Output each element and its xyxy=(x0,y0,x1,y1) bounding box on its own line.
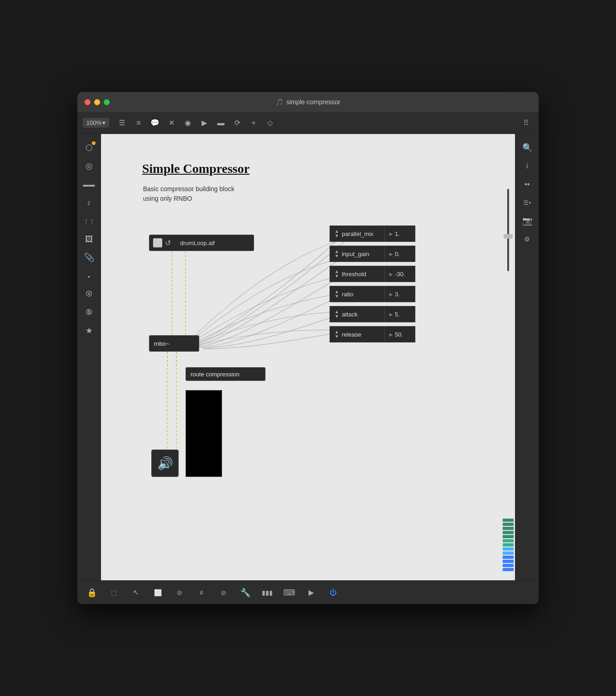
sidebar-item-package[interactable]: ⬡ xyxy=(81,139,97,156)
param-label-parallel-mix: parallel_mix xyxy=(342,230,373,237)
param-value-release[interactable]: ▶ 50. xyxy=(384,326,415,343)
param-name-attack[interactable]: ▲▼ attack xyxy=(329,306,384,322)
sidebar-item-vst[interactable]: ⓥ xyxy=(81,286,97,302)
vu-bars xyxy=(503,519,514,571)
param-label-release: release xyxy=(342,331,361,338)
plugin-icon: ⬩ xyxy=(86,271,91,281)
group-icon[interactable]: ⬜ xyxy=(150,585,165,600)
val-arrow-input-gain: ▶ xyxy=(389,252,393,257)
window-title-area: 🎵 simple-compressor xyxy=(276,98,340,106)
sidebar-item-record[interactable]: ◎ xyxy=(81,158,97,174)
toolbar-lines-btn[interactable]: ≡ xyxy=(131,116,146,130)
selection-icon[interactable]: ⬚ xyxy=(106,585,121,600)
param-name-release[interactable]: ▲▼ release xyxy=(329,326,384,343)
package-badge xyxy=(92,141,96,145)
toolbar-diamond-btn[interactable]: ◇ xyxy=(263,116,277,130)
power-icon[interactable]: ⏻ xyxy=(326,585,340,600)
vu-slider[interactable] xyxy=(503,189,514,271)
sidebar-right: 🔍 i ▪▪ ☰• 📷 ⚙ xyxy=(515,134,539,580)
grid-icon[interactable]: # xyxy=(194,585,209,600)
close-button[interactable] xyxy=(85,99,90,105)
patch-description: Basic compressor building block using on… xyxy=(143,184,234,203)
search-icon: 🔍 xyxy=(522,143,532,153)
keyboard-icon[interactable]: ⌨ xyxy=(282,585,297,600)
vu-bar-2 xyxy=(503,523,514,526)
vu-bar-12 xyxy=(503,564,514,567)
toolbar-add-btn[interactable]: + xyxy=(246,116,261,130)
toolbar-minus-btn[interactable]: ▬ xyxy=(213,116,228,130)
sidebar-right-list[interactable]: ☰• xyxy=(519,194,536,211)
param-arrows-ratio: ▲▼ xyxy=(335,289,339,299)
param-name-threshold[interactable]: ▲▼ threshold xyxy=(329,266,384,282)
zoom-control[interactable]: 100% ▾ xyxy=(83,118,109,128)
param-label-ratio: ratio xyxy=(342,291,353,298)
zoom-label: 100% xyxy=(86,119,101,126)
vu-bar-13 xyxy=(503,568,514,571)
sidebar-item-plugin[interactable]: ⬩ xyxy=(81,268,97,284)
toolbar-list-btn[interactable]: ☰ xyxy=(115,116,129,130)
list-icon: ☰• xyxy=(523,199,531,206)
lock-icon[interactable]: 🔒 xyxy=(85,585,99,600)
title-icon: 🎵 xyxy=(276,98,283,106)
param-name-parallel-mix[interactable]: ▲▼ parallel_mix xyxy=(329,225,384,242)
param-row-ratio: ▲▼ ratio ▶ 3. xyxy=(329,286,415,302)
param-value-text-input-gain: 0. xyxy=(395,251,400,257)
sidebar-right-mixer[interactable]: ⚙ xyxy=(519,231,536,247)
route-label: route compression xyxy=(191,371,239,378)
pin-icon[interactable]: ⊘ xyxy=(216,585,231,600)
bars-icon[interactable]: ▮▮▮ xyxy=(260,585,275,600)
main-area: ⬡ ◎ ▬▬ ♪ ⋮⋮ 🖼 📎 ⬩ xyxy=(77,134,539,580)
speaker-object[interactable]: 🔊 xyxy=(151,450,179,477)
traffic-lights xyxy=(85,99,110,105)
param-value-parallel-mix[interactable]: ▶ 1. xyxy=(384,225,415,242)
sidebar-item-star[interactable]: ★ xyxy=(81,322,97,339)
panel-icon: ▪▪ xyxy=(525,180,530,188)
sidebar-item-clip[interactable]: 📎 xyxy=(81,249,97,266)
param-value-text-threshold: -30. xyxy=(395,271,405,278)
param-value-input-gain[interactable]: ▶ 0. xyxy=(384,246,415,262)
toolbar-record-btn[interactable]: ◉ xyxy=(181,116,195,130)
sidebar-right-panel[interactable]: ▪▪ xyxy=(519,176,536,193)
no-connect-icon[interactable]: ⊘ xyxy=(172,585,187,600)
pointer-icon[interactable]: ↖ xyxy=(128,585,143,600)
vu-bar-6 xyxy=(503,539,514,542)
play-bottom-icon[interactable]: ▶ xyxy=(304,585,319,600)
sidebar-right-camera[interactable]: 📷 xyxy=(519,213,536,229)
sidebar-item-display[interactable]: ▬▬ xyxy=(81,176,97,193)
image-icon: 🖼 xyxy=(85,235,93,244)
param-value-attack[interactable]: ▶ 5. xyxy=(384,306,415,322)
sidebar-item-note[interactable]: ♪ xyxy=(81,194,97,211)
sidebar-item-image[interactable]: 🖼 xyxy=(81,231,97,247)
maximize-button[interactable] xyxy=(104,99,110,105)
rnbo-object[interactable]: rnbo~ xyxy=(149,335,199,352)
wrench-icon[interactable]: 🔧 xyxy=(238,585,253,600)
drum-square-icon xyxy=(153,238,162,247)
drum-cycle-icon: ↺ xyxy=(165,239,171,247)
info-icon: i xyxy=(526,162,528,170)
param-value-threshold[interactable]: ▶ -30. xyxy=(384,266,415,282)
sidebar-item-sequencer[interactable]: ⋮⋮ xyxy=(81,213,97,229)
param-value-text-attack: 5. xyxy=(395,311,400,318)
sidebar-right-search[interactable]: 🔍 xyxy=(519,139,536,156)
vu-slider-knob[interactable] xyxy=(504,234,513,239)
param-row-attack: ▲▼ attack ▶ 5. xyxy=(329,306,415,322)
toolbar-comment-btn[interactable]: 💬 xyxy=(148,116,162,130)
toolbar-play-btn[interactable]: ▶ xyxy=(197,116,212,130)
toolbar-refresh-btn[interactable]: ⟳ xyxy=(230,116,244,130)
titlebar: 🎵 simple-compressor xyxy=(77,92,539,112)
val-arrow-threshold: ▶ xyxy=(389,272,393,277)
param-row-release: ▲▼ release ▶ 50. xyxy=(329,326,415,343)
window-title: simple-compressor xyxy=(286,98,340,106)
sidebar-right-info[interactable]: i xyxy=(519,158,536,174)
minimize-button[interactable] xyxy=(94,99,100,105)
toolbar-grid-btn[interactable]: ⠿ xyxy=(519,116,533,130)
drumloop-object[interactable]: ↺ drumLoop.aif xyxy=(149,235,254,251)
route-object[interactable]: route compression xyxy=(186,367,266,381)
sidebar-item-bold[interactable]: ⓑ xyxy=(81,304,97,321)
vu-bar-3 xyxy=(503,527,514,530)
param-name-ratio[interactable]: ▲▼ ratio xyxy=(329,286,384,302)
param-name-input-gain[interactable]: ▲▼ input_gain xyxy=(329,246,384,262)
toolbar-close-btn[interactable]: ✕ xyxy=(164,116,179,130)
param-value-ratio[interactable]: ▶ 3. xyxy=(384,286,415,302)
param-value-text-release: 50. xyxy=(395,331,403,338)
